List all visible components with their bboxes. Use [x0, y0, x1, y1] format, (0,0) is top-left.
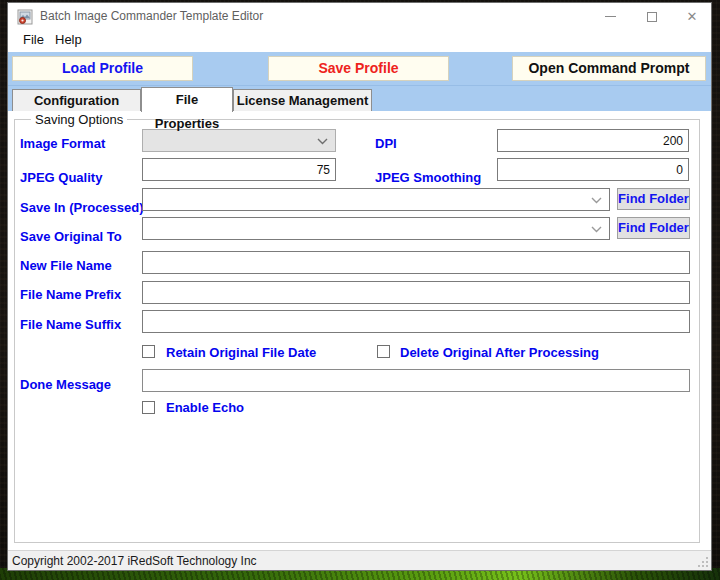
- close-icon: ✕: [687, 9, 698, 24]
- enable-echo-checkbox[interactable]: [142, 401, 155, 414]
- minimize-icon: [605, 16, 616, 17]
- file-name-prefix-label: File Name Prefix: [20, 287, 121, 302]
- copyright-text: Copyright 2002-2017 iRedSoft Technology …: [12, 554, 257, 568]
- save-profile-button[interactable]: Save Profile: [268, 56, 449, 81]
- find-folder-button-save-original[interactable]: Find Folder: [617, 217, 690, 239]
- enable-echo-label: Enable Echo: [166, 400, 244, 415]
- window-title: Batch Image Commander Template Editor: [40, 9, 263, 23]
- new-file-name-input[interactable]: [142, 251, 690, 274]
- menu-bar: File Help: [8, 30, 711, 52]
- file-name-suffix-label: File Name Suffix: [20, 317, 121, 332]
- chevron-down-icon: [591, 226, 602, 233]
- minimize-button[interactable]: [593, 3, 627, 30]
- done-message-input[interactable]: [142, 369, 690, 392]
- retain-original-file-date-checkbox[interactable]: [142, 345, 155, 358]
- save-in-label: Save In (Processed): [20, 200, 144, 215]
- save-original-label: Save Original To: [20, 229, 122, 244]
- save-original-combobox[interactable]: [142, 217, 610, 240]
- tab-license-management[interactable]: License Management: [233, 89, 372, 111]
- dpi-label: DPI: [375, 136, 397, 151]
- file-properties-panel: Saving Options Image Format DPI JPEG Qua…: [8, 111, 711, 550]
- menu-file[interactable]: File: [23, 32, 44, 47]
- chevron-down-icon: [317, 138, 328, 145]
- new-file-name-label: New File Name: [20, 258, 112, 273]
- open-command-prompt-button[interactable]: Open Command Prompt: [512, 56, 706, 81]
- maximize-icon: [647, 12, 657, 22]
- status-bar: Copyright 2002-2017 iRedSoft Technology …: [8, 550, 711, 570]
- delete-original-after-processing-label: Delete Original After Processing: [400, 345, 599, 360]
- done-message-label: Done Message: [20, 377, 111, 392]
- app-window: Batch Image Commander Template Editor ✕ …: [8, 3, 711, 570]
- find-folder-button-save-in[interactable]: Find Folder: [617, 188, 690, 210]
- retain-original-file-date-label: Retain Original File Date: [166, 345, 316, 360]
- saving-options-legend: Saving Options: [31, 112, 127, 127]
- image-format-label: Image Format: [20, 136, 105, 151]
- tab-configuration-module[interactable]: Configuration Module: [12, 89, 141, 111]
- title-bar[interactable]: Batch Image Commander Template Editor ✕: [8, 3, 711, 30]
- jpeg-quality-label: JPEG Quality: [20, 170, 102, 185]
- jpeg-smoothing-input[interactable]: [497, 158, 689, 181]
- delete-original-after-processing-checkbox[interactable]: [377, 345, 390, 358]
- menu-help[interactable]: Help: [55, 32, 82, 47]
- file-name-suffix-input[interactable]: [142, 310, 690, 333]
- app-icon: [17, 9, 33, 25]
- jpeg-smoothing-label: JPEG Smoothing: [375, 170, 481, 185]
- close-button[interactable]: ✕: [675, 3, 709, 30]
- save-in-combobox[interactable]: [142, 188, 610, 211]
- dpi-input[interactable]: [497, 129, 689, 152]
- maximize-button[interactable]: [635, 3, 669, 30]
- load-profile-button[interactable]: Load Profile: [12, 56, 193, 81]
- jpeg-quality-input[interactable]: [142, 158, 336, 181]
- file-name-prefix-input[interactable]: [142, 281, 690, 304]
- chevron-down-icon: [591, 197, 602, 204]
- resize-grip[interactable]: [697, 556, 709, 568]
- tab-file-properties[interactable]: File Properties: [141, 87, 233, 112]
